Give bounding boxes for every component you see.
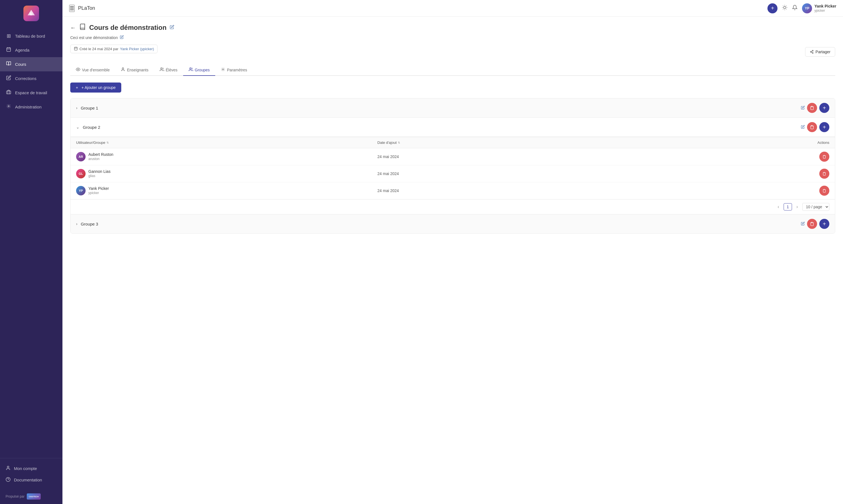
delete-user-aubert-button[interactable] bbox=[819, 152, 829, 162]
notifications-button[interactable] bbox=[792, 5, 797, 12]
user-cell-gannon: GL Gannon Lias glias bbox=[76, 169, 377, 178]
user-name: Yank Picker bbox=[814, 4, 836, 8]
tab-parametres[interactable]: Paramètres bbox=[215, 65, 253, 76]
date-cell-yank: 24 mai 2024 bbox=[377, 188, 679, 193]
user-info-gannon: Gannon Lias glias bbox=[88, 169, 110, 178]
hamburger-menu[interactable]: ☰ bbox=[69, 5, 75, 12]
user-info-aubert: Aubert Ruston aruston bbox=[88, 152, 113, 161]
svg-line-20 bbox=[786, 6, 787, 6]
user-profile[interactable]: YP Yank Picker ypicker bbox=[802, 3, 836, 13]
sidebar: b ⊞ Tableau de bord Agenda Cours Correct… bbox=[0, 0, 62, 504]
edit-group-3-icon[interactable] bbox=[801, 222, 805, 226]
sidebar-item-corrections[interactable]: Corrections bbox=[0, 71, 62, 86]
delete-user-yank-button[interactable] bbox=[819, 186, 829, 196]
edit-subtitle-icon[interactable] bbox=[120, 35, 124, 40]
share-button[interactable]: Partager bbox=[805, 47, 835, 57]
sidebar-item-agenda[interactable]: Agenda bbox=[0, 43, 62, 57]
svg-point-12 bbox=[784, 6, 786, 8]
sort-icon-user[interactable]: ⇅ bbox=[107, 141, 109, 144]
svg-point-25 bbox=[812, 50, 813, 51]
user-fullname: Yank Picker bbox=[88, 186, 109, 191]
tab-vue-ensemble[interactable]: Vue d'ensemble bbox=[70, 65, 115, 76]
user-fullname: Aubert Ruston bbox=[88, 152, 113, 157]
chevron-right-icon[interactable]: › bbox=[76, 106, 77, 110]
svg-point-34 bbox=[222, 69, 223, 70]
action-cell-yank bbox=[679, 186, 829, 196]
sidebar-bottom: Mon compte Documentation bbox=[0, 458, 62, 490]
group-2-actions: + bbox=[807, 122, 829, 132]
add-to-group-2-button[interactable]: + bbox=[819, 122, 829, 132]
calendar-icon bbox=[74, 47, 78, 51]
prev-page-button[interactable]: ‹ bbox=[775, 203, 782, 211]
tabs: Vue d'ensemble Enseignants Élèves Groupe… bbox=[70, 65, 835, 76]
svg-line-28 bbox=[811, 52, 812, 52]
tab-groupes[interactable]: Groupes bbox=[183, 65, 215, 76]
back-button[interactable]: ← bbox=[70, 24, 76, 31]
subtitle-text: Ceci est une démonstration bbox=[70, 35, 118, 40]
avatar-aubert: AR bbox=[76, 152, 86, 161]
mon-compte-icon bbox=[5, 466, 11, 471]
table-row: AR Aubert Ruston aruston 24 mai 2024 bbox=[71, 148, 835, 165]
app-logo[interactable]: b bbox=[23, 5, 39, 21]
eleves-icon bbox=[160, 67, 164, 72]
delete-group-1-button[interactable] bbox=[807, 103, 817, 113]
powered-by: Propulsé par CISSTECH bbox=[0, 490, 62, 504]
corrections-icon bbox=[5, 75, 12, 82]
svg-point-26 bbox=[810, 51, 811, 52]
chevron-down-icon[interactable]: ⌄ bbox=[76, 125, 79, 129]
svg-line-16 bbox=[786, 9, 787, 9]
delete-group-3-button[interactable] bbox=[807, 219, 817, 229]
topbar-right: + YP Yank Picker ypicker bbox=[768, 3, 836, 13]
sidebar-item-label: Corrections bbox=[15, 76, 37, 81]
edit-group-2-icon[interactable] bbox=[801, 125, 805, 130]
agenda-icon bbox=[5, 47, 12, 53]
group-row-1: › Groupe 1 + bbox=[71, 98, 835, 118]
tab-eleves[interactable]: Élèves bbox=[154, 65, 183, 76]
group-1-actions: + bbox=[807, 103, 829, 113]
date-cell-aubert: 24 mai 2024 bbox=[377, 155, 679, 159]
sidebar-item-mon-compte[interactable]: Mon compte bbox=[5, 463, 57, 474]
date-cell-gannon: 24 mai 2024 bbox=[377, 172, 679, 176]
sidebar-item-label: Documentation bbox=[14, 478, 42, 482]
sidebar-item-administration[interactable]: Administration bbox=[0, 100, 62, 114]
edit-group-1-icon[interactable] bbox=[801, 106, 805, 110]
user-text: Yank Picker ypicker bbox=[814, 4, 836, 13]
delete-group-2-button[interactable] bbox=[807, 122, 817, 132]
theme-toggle-button[interactable] bbox=[782, 5, 788, 12]
sidebar-item-espace-de-travail[interactable]: Espace de travail bbox=[0, 86, 62, 100]
col-header-actions: Actions bbox=[679, 141, 829, 145]
sort-icon-date[interactable]: ⇅ bbox=[398, 141, 400, 144]
per-page-select[interactable]: 10 / page bbox=[802, 203, 829, 211]
user-username: ypicker bbox=[88, 191, 109, 195]
avatar-yank: YP bbox=[76, 186, 86, 195]
sidebar-item-tableau-de-bord[interactable]: ⊞ Tableau de bord bbox=[0, 29, 62, 43]
sidebar-item-documentation[interactable]: Documentation bbox=[5, 474, 57, 486]
documentation-icon bbox=[5, 477, 11, 483]
page-title: Cours de démonstration bbox=[89, 24, 166, 32]
user-username: aruston bbox=[88, 157, 113, 161]
course-icon bbox=[79, 23, 86, 32]
svg-point-33 bbox=[190, 68, 191, 69]
add-group-button[interactable]: + + Ajouter un groupe bbox=[70, 83, 121, 93]
sidebar-item-label: Tableau de bord bbox=[15, 34, 45, 38]
edit-title-icon[interactable] bbox=[170, 25, 174, 30]
sidebar-item-label: Espace de travail bbox=[15, 90, 47, 95]
enseignants-icon bbox=[121, 67, 125, 72]
svg-text:b: b bbox=[30, 12, 32, 16]
sidebar-item-cours[interactable]: Cours bbox=[0, 57, 62, 71]
action-cell-gannon bbox=[679, 169, 829, 179]
sidebar-item-label: Agenda bbox=[15, 48, 30, 52]
delete-user-gannon-button[interactable] bbox=[819, 169, 829, 179]
global-add-button[interactable]: + bbox=[768, 3, 777, 13]
sidebar-item-label: Mon compte bbox=[14, 466, 37, 471]
user-handle: ypicker bbox=[814, 8, 836, 13]
administration-icon bbox=[5, 104, 12, 110]
tab-enseignants[interactable]: Enseignants bbox=[115, 65, 154, 76]
add-to-group-3-button[interactable]: + bbox=[819, 219, 829, 229]
add-to-group-1-button[interactable]: + bbox=[819, 103, 829, 113]
chevron-right-icon-3[interactable]: › bbox=[76, 222, 77, 226]
next-page-button[interactable]: › bbox=[794, 203, 800, 211]
svg-point-31 bbox=[122, 68, 124, 69]
created-by[interactable]: Yank Picker (ypicker) bbox=[120, 47, 154, 51]
cours-icon bbox=[5, 61, 12, 68]
